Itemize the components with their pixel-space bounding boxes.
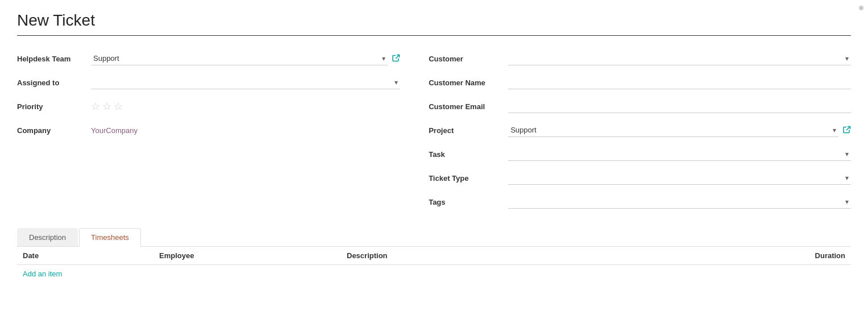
helpdesk-team-select[interactable]: Support [91,52,388,65]
assigned-to-field: ▾ [91,76,400,89]
customer-name-row: Customer Name [429,73,851,92]
col-date-header: Date [17,251,159,260]
project-label: Project [429,126,508,135]
task-select[interactable] [508,147,851,161]
priority-label: Priority [17,102,91,111]
page-container: New Ticket Helpdesk Team Support ▾ [0,0,868,319]
company-value[interactable]: YourCompany [91,126,138,135]
helpdesk-team-external-link[interactable] [392,54,400,64]
ticket-type-row: Ticket Type ▾ [429,169,851,187]
task-label: Task [429,150,508,159]
project-external-link[interactable] [843,126,851,135]
task-field: ▾ [508,147,851,161]
form-section: Helpdesk Team Support ▾ [17,49,851,217]
table-section: Date Employee Description Duration Add a… [17,247,851,283]
priority-field: ☆ ☆ ☆ [91,100,400,113]
tags-label: Tags [429,198,508,206]
project-field: Support ▾ [508,123,851,137]
task-row: Task ▾ [429,145,851,163]
customer-name-input[interactable] [508,76,851,89]
helpdesk-team-label: Helpdesk Team [17,55,91,63]
tags-select-wrapper: ▾ [508,195,851,209]
customer-name-label: Customer Name [429,78,508,87]
company-row: Company YourCompany [17,121,400,139]
task-select-wrapper: ▾ [508,147,851,161]
priority-stars: ☆ ☆ ☆ [91,100,123,113]
project-row: Project Support ▾ [429,121,851,139]
customer-name-field [508,76,851,89]
ticket-type-field: ▾ [508,171,851,185]
priority-star-2[interactable]: ☆ [102,100,111,113]
tags-field: ▾ [508,195,851,209]
helpdesk-team-select-wrapper: Support ▾ [91,52,388,65]
tags-select[interactable] [508,195,851,209]
company-field: YourCompany [91,126,400,135]
customer-select[interactable] [508,52,851,65]
customer-row: Customer ▾ [429,49,851,68]
tab-description[interactable]: Description [17,228,78,246]
form-right: Customer ▾ Customer Name [417,49,851,217]
ticket-type-label: Ticket Type [429,174,508,183]
assigned-to-select-wrapper: ▾ [91,76,400,89]
table-body: Add an item [17,265,851,283]
helpdesk-team-row: Helpdesk Team Support ▾ [17,49,400,68]
customer-email-label: Customer Email [429,102,508,111]
col-description-header: Description [347,251,766,260]
customer-label: Customer [429,55,508,63]
customer-email-input[interactable] [508,100,851,113]
priority-row: Priority ☆ ☆ ☆ [17,97,400,115]
tags-row: Tags ▾ [429,193,851,211]
customer-email-row: Customer Email [429,97,851,115]
scrollbar-indicator [859,6,863,10]
col-employee-header: Employee [159,251,347,260]
add-item-link[interactable]: Add an item [17,265,68,283]
customer-email-field [508,100,851,113]
company-label: Company [17,126,91,135]
title-divider [17,35,851,36]
ticket-type-select[interactable] [508,171,851,185]
tabs-container: Description Timesheets [17,228,851,247]
assigned-to-select[interactable] [91,76,400,89]
table-header: Date Employee Description Duration [17,247,851,265]
assigned-to-row: Assigned to ▾ [17,73,400,92]
tab-timesheets[interactable]: Timesheets [79,228,141,247]
ticket-type-select-wrapper: ▾ [508,171,851,185]
customer-field: ▾ [508,52,851,65]
priority-star-3[interactable]: ☆ [114,100,123,113]
page-title: New Ticket [17,11,851,30]
priority-star-1[interactable]: ☆ [91,100,100,113]
project-select-wrapper: Support ▾ [508,123,838,137]
assigned-to-label: Assigned to [17,78,91,87]
project-select[interactable]: Support [508,123,838,137]
form-left: Helpdesk Team Support ▾ [17,49,417,217]
customer-select-wrapper: ▾ [508,52,851,65]
helpdesk-team-field: Support ▾ [91,52,400,65]
col-duration-header: Duration [766,251,851,260]
